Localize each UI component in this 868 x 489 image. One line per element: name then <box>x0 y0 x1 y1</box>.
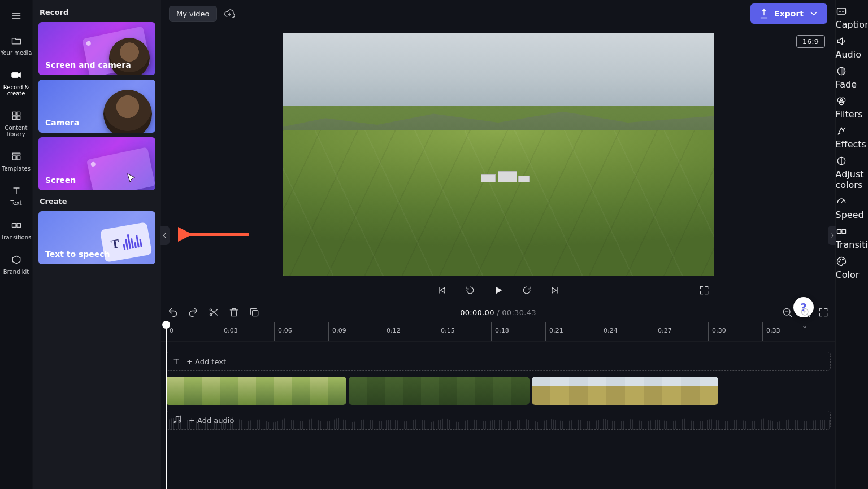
workspace: My video Export 16:9 <box>161 0 835 489</box>
timeline-ruler[interactable]: 00:030:060:090:120:150:180:210:240:270:3… <box>161 322 835 342</box>
svg-rect-5 <box>12 153 20 155</box>
playhead-line[interactable] <box>166 322 167 489</box>
ruler-tick: 0:09 <box>328 322 329 341</box>
rail-fade[interactable]: Fade <box>836 66 869 90</box>
cloud-sync-icon[interactable] <box>224 8 235 19</box>
card-camera[interactable]: Camera <box>38 80 155 133</box>
color-icon <box>836 256 869 269</box>
skip-back-button[interactable] <box>462 282 478 298</box>
speaker-icon <box>836 36 869 49</box>
rail-label: Text <box>10 200 21 206</box>
svg-point-16 <box>174 421 176 423</box>
rail-audio[interactable]: Audio <box>836 36 869 60</box>
rail-label: Brand kit <box>3 269 29 275</box>
svg-rect-25 <box>841 230 845 234</box>
effects-icon <box>836 125 869 139</box>
video-clip-3[interactable] <box>532 377 718 405</box>
ruler-tick-label: 0:27 <box>658 327 672 334</box>
svg-rect-18 <box>837 8 845 14</box>
library-icon <box>10 109 23 123</box>
speed-icon <box>836 196 869 209</box>
hamburger-menu[interactable] <box>5 6 28 26</box>
ruler-tick: 0:33 <box>762 322 763 341</box>
rail-content-library[interactable]: Content library <box>0 106 33 142</box>
ruler-tick-label: 0:15 <box>441 327 455 334</box>
fade-icon <box>836 66 869 79</box>
ruler-tick: 0:24 <box>600 322 600 341</box>
ruler-tick-label: 0:12 <box>387 327 401 334</box>
card-text-to-speech[interactable]: T Text to speech <box>38 211 155 264</box>
stage-wrap: 16:9 <box>161 27 835 302</box>
folder-icon <box>10 34 23 47</box>
panel-collapse-handle[interactable] <box>160 226 170 245</box>
rail-label: Color <box>836 269 860 280</box>
svg-point-26 <box>839 261 840 262</box>
add-audio-track[interactable]: + Add audio <box>166 411 831 430</box>
ruler-tick-label: 0 <box>170 327 173 334</box>
ruler-tick: 0:27 <box>654 322 654 341</box>
rail-templates[interactable]: Templates <box>0 146 33 176</box>
text-icon <box>10 184 23 198</box>
rail-label: Captions <box>836 19 869 30</box>
rail-color[interactable]: Color <box>836 256 869 280</box>
zoom-in-button[interactable] <box>799 306 811 318</box>
ruler-tick-label: 0:24 <box>604 327 618 334</box>
ruler-tick-label: 0:30 <box>712 327 726 334</box>
project-name-chip[interactable]: My video <box>169 6 217 22</box>
aspect-ratio-badge[interactable]: 16:9 <box>796 35 825 48</box>
rail-brand-kit[interactable]: Brand kit <box>0 250 33 280</box>
svg-rect-7 <box>16 156 20 160</box>
rail-filters[interactable]: Filters <box>836 95 869 120</box>
project-name: My video <box>176 10 210 18</box>
zoom-out-button[interactable] <box>781 306 793 318</box>
rail-label: Content library <box>0 125 33 137</box>
svg-rect-13 <box>253 311 258 316</box>
ruler-tick: 0:06 <box>274 322 275 341</box>
video-clip-2[interactable] <box>349 377 530 405</box>
add-text-label: + Add text <box>186 357 226 366</box>
ruler-tick-label: 0:18 <box>495 327 509 334</box>
svg-rect-2 <box>16 112 20 115</box>
right-panel-collapse-handle[interactable] <box>828 226 836 245</box>
card-screen[interactable]: Screen <box>38 137 155 190</box>
card-screen-and-camera[interactable]: Screen and camera <box>38 22 155 75</box>
preview-stage[interactable] <box>283 33 714 276</box>
next-clip-button[interactable] <box>547 282 563 298</box>
rail-text[interactable]: Text <box>0 181 33 211</box>
duplicate-button[interactable] <box>248 306 261 318</box>
ruler-tick-label: 0:21 <box>549 327 563 334</box>
rail-label: Speed <box>836 209 864 220</box>
rail-adjust-colors[interactable]: Adjust colors <box>836 155 869 190</box>
rail-transition[interactable]: Transition <box>836 226 869 250</box>
section-heading-record: Record <box>40 8 154 16</box>
ruler-tick: 0:30 <box>708 322 709 341</box>
video-track <box>166 377 831 405</box>
rail-effects[interactable]: Effects <box>836 125 869 150</box>
undo-button[interactable] <box>167 306 179 318</box>
split-button[interactable] <box>207 306 220 318</box>
waveform-icon <box>166 411 830 429</box>
play-button[interactable] <box>491 282 506 298</box>
rail-captions[interactable]: Captions <box>836 6 869 30</box>
skip-forward-button[interactable] <box>519 282 535 298</box>
rail-your-media[interactable]: Your media <box>0 30 33 60</box>
ruler-tick-label: 0:03 <box>224 327 238 334</box>
fit-button[interactable] <box>817 306 830 318</box>
rail-label: Transitions <box>1 234 32 241</box>
add-text-track[interactable]: + Add text <box>166 352 831 371</box>
record-create-panel: Record Screen and camera Camera Screen C… <box>33 0 161 489</box>
rail-speed[interactable]: Speed <box>836 196 869 220</box>
rail-transitions[interactable]: Transitions <box>0 215 33 245</box>
delete-button[interactable] <box>228 306 240 318</box>
templates-icon <box>10 150 23 163</box>
video-clip-1[interactable] <box>166 377 346 405</box>
redo-button[interactable] <box>187 306 199 318</box>
fullscreen-button[interactable] <box>696 282 712 298</box>
export-button[interactable]: Export <box>750 3 827 24</box>
prev-clip-button[interactable] <box>434 282 450 298</box>
svg-rect-4 <box>16 116 20 120</box>
svg-point-27 <box>840 259 841 260</box>
svg-rect-9 <box>16 224 20 228</box>
transition-icon <box>836 226 869 239</box>
rail-record-create[interactable]: Record & create <box>0 65 33 101</box>
